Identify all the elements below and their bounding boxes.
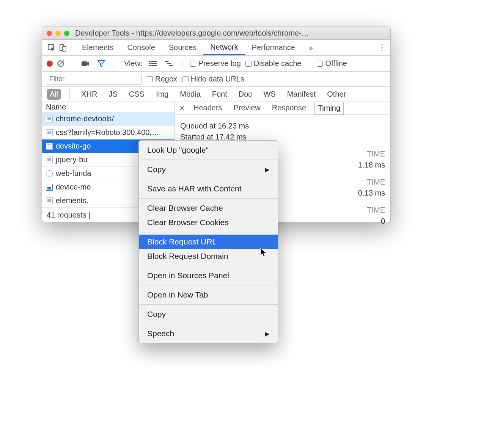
detail-tab-timing[interactable]: Timing bbox=[314, 102, 344, 114]
separator bbox=[72, 59, 72, 69]
tab-sources[interactable]: Sources bbox=[162, 40, 203, 55]
filter-input[interactable] bbox=[47, 74, 142, 85]
filter-css[interactable]: CSS bbox=[126, 89, 148, 100]
regex-label: Regex bbox=[155, 75, 177, 83]
kebab-menu-icon[interactable]: ⋮ bbox=[378, 43, 387, 53]
chevron-right-icon: ▶ bbox=[265, 330, 269, 337]
offline-checkbox[interactable]: Offline bbox=[317, 59, 347, 68]
menu-item[interactable]: Save as HAR with Content bbox=[139, 182, 278, 196]
filter-js[interactable]: JS bbox=[105, 89, 120, 100]
menu-item[interactable]: Block Request Domain bbox=[139, 249, 278, 263]
menu-item-label: Open in Sources Panel bbox=[147, 271, 229, 280]
menu-item-label: Look Up "google" bbox=[147, 146, 209, 155]
close-detail-icon[interactable]: ✕ bbox=[179, 104, 185, 113]
menu-item-label: Open in New Tab bbox=[147, 290, 208, 299]
camera-icon[interactable] bbox=[80, 58, 91, 69]
menu-item-label: Block Request Domain bbox=[147, 252, 228, 261]
filter-other[interactable]: Other bbox=[324, 89, 349, 100]
filter-doc[interactable]: Doc bbox=[236, 89, 255, 100]
filter-icon[interactable] bbox=[96, 58, 107, 69]
request-label: elements. bbox=[56, 196, 89, 205]
preserve-log-checkbox[interactable]: Preserve log bbox=[190, 59, 241, 68]
request-label: web-funda bbox=[56, 169, 91, 178]
traffic-light-minimize[interactable] bbox=[55, 31, 61, 36]
filter-media[interactable]: Media bbox=[177, 89, 203, 100]
view-waterfall-icon[interactable] bbox=[163, 58, 175, 69]
menu-separator bbox=[139, 232, 278, 232]
menu-item-label: Copy bbox=[147, 165, 166, 174]
menu-item-label: Save as HAR with Content bbox=[147, 184, 242, 193]
menu-separator bbox=[139, 179, 278, 179]
clear-button[interactable] bbox=[57, 60, 64, 67]
menu-separator bbox=[139, 160, 278, 160]
traffic-light-zoom[interactable] bbox=[64, 31, 69, 36]
file-icon bbox=[46, 197, 53, 204]
tab-performance[interactable]: Performance bbox=[245, 40, 302, 55]
menu-separator bbox=[139, 198, 278, 199]
context-menu: Look Up "google"Copy▶Save as HAR with Co… bbox=[138, 140, 278, 343]
menu-separator bbox=[139, 304, 278, 305]
request-label: devsite-go bbox=[56, 142, 91, 150]
menu-item[interactable]: Clear Browser Cache bbox=[139, 201, 278, 215]
filter-font[interactable]: Font bbox=[209, 89, 230, 100]
separator bbox=[323, 43, 323, 53]
menu-item[interactable]: Block Request URL bbox=[139, 235, 278, 249]
menu-item[interactable]: Speech▶ bbox=[139, 326, 278, 341]
filter-ws[interactable]: WS bbox=[260, 89, 278, 100]
record-button[interactable] bbox=[47, 61, 53, 67]
hide-data-urls-label: Hide data URLs bbox=[191, 75, 244, 83]
titlebar[interactable]: Developer Tools - https://developers.goo… bbox=[42, 27, 390, 40]
request-label: css?family=Roboto:300,400,… bbox=[56, 128, 159, 137]
separator bbox=[72, 43, 72, 53]
tab-console[interactable]: Console bbox=[120, 40, 162, 55]
menu-item-label: Speech bbox=[147, 329, 174, 338]
menu-item-label: Clear Browser Cookies bbox=[147, 218, 229, 227]
filter-all[interactable]: All bbox=[47, 89, 61, 100]
tabs-overflow[interactable]: » bbox=[302, 40, 320, 55]
file-icon bbox=[46, 170, 53, 177]
tab-elements[interactable]: Elements bbox=[75, 40, 120, 55]
filter-bar: Regex Hide data URLs bbox=[42, 72, 390, 87]
menu-item-label: Clear Browser Cache bbox=[147, 204, 223, 213]
device-toggle-icon[interactable] bbox=[57, 42, 69, 53]
menu-item[interactable]: Look Up "google" bbox=[139, 143, 278, 157]
menu-separator bbox=[139, 324, 278, 324]
preserve-log-label: Preserve log bbox=[198, 59, 241, 68]
regex-checkbox[interactable]: Regex bbox=[147, 75, 177, 83]
tab-network[interactable]: Network bbox=[203, 40, 245, 55]
menu-separator bbox=[139, 266, 278, 266]
separator bbox=[115, 59, 115, 69]
chevron-right-icon: ▶ bbox=[265, 166, 269, 173]
type-filters: AllXHRJSCSSImgMediaFontDocWSManifestOthe… bbox=[42, 87, 390, 102]
detail-tab-response[interactable]: Response bbox=[269, 102, 309, 114]
svg-rect-8 bbox=[149, 65, 151, 66]
separator bbox=[309, 59, 309, 69]
filter-img[interactable]: Img bbox=[153, 89, 171, 100]
request-label: device-mo bbox=[56, 183, 91, 191]
menu-item[interactable]: Open in New Tab bbox=[139, 288, 278, 302]
detail-tabs: ✕ HeadersPreviewResponseTiming bbox=[175, 102, 390, 115]
menu-item[interactable]: Copy bbox=[139, 307, 278, 321]
hide-data-urls-checkbox[interactable]: Hide data URLs bbox=[182, 75, 244, 83]
view-list-icon[interactable] bbox=[147, 58, 159, 69]
disable-cache-label: Disable cache bbox=[254, 59, 302, 68]
menu-item[interactable]: Copy▶ bbox=[139, 162, 278, 177]
filter-manifest[interactable]: Manifest bbox=[284, 89, 319, 100]
svg-rect-3 bbox=[82, 61, 87, 66]
column-header-name[interactable]: Name bbox=[42, 102, 175, 112]
window-title: Developer Tools - https://developers.goo… bbox=[75, 29, 309, 38]
menu-item[interactable]: Open in Sources Panel bbox=[139, 268, 278, 283]
status-text: 41 requests | bbox=[47, 211, 90, 219]
svg-rect-6 bbox=[149, 63, 151, 64]
request-row[interactable]: css?family=Roboto:300,400,… bbox=[42, 126, 175, 139]
menu-item[interactable]: Clear Browser Cookies bbox=[139, 215, 278, 230]
request-label: chrome-devtools/ bbox=[56, 114, 114, 123]
traffic-light-close[interactable] bbox=[47, 31, 52, 36]
disable-cache-checkbox[interactable]: Disable cache bbox=[245, 59, 302, 68]
file-icon bbox=[46, 157, 53, 163]
detail-tab-headers[interactable]: Headers bbox=[190, 102, 225, 114]
inspect-element-icon[interactable] bbox=[46, 42, 57, 53]
request-row[interactable]: chrome-devtools/ bbox=[42, 112, 175, 126]
detail-tab-preview[interactable]: Preview bbox=[231, 102, 264, 114]
filter-xhr[interactable]: XHR bbox=[78, 89, 100, 100]
